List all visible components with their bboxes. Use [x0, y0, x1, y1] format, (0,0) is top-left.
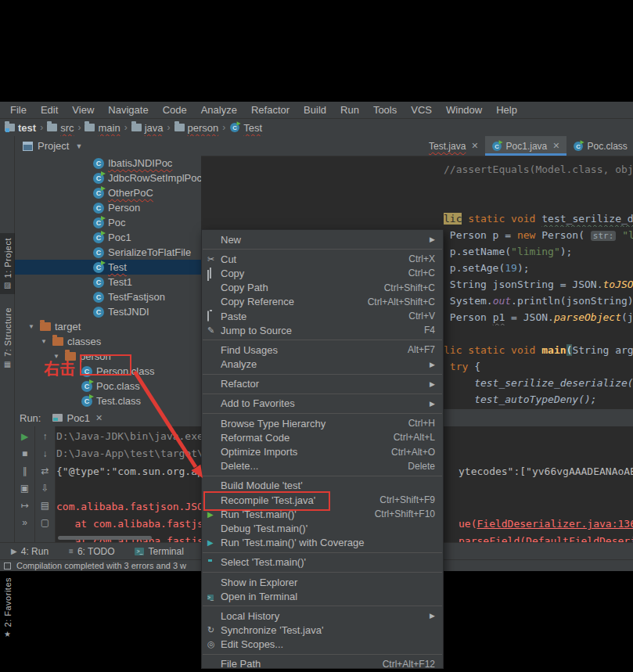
context-menu-item-copy-reference[interactable]: Copy ReferenceCtrl+Alt+Shift+C — [202, 295, 443, 309]
tree-item-poc1[interactable]: CPoc1 — [15, 230, 201, 245]
context-menu-item-jump-to-source[interactable]: ✎Jump to SourceF4 — [202, 323, 443, 337]
breadcrumb-item-src[interactable]: src — [47, 122, 74, 134]
tree-item-poc-class[interactable]: CPoc.class — [15, 379, 201, 393]
code-view[interactable]: //assertEquals(Model.class, obj.getlic s… — [444, 161, 633, 408]
tree-item-poc[interactable]: CPoc — [15, 215, 201, 230]
menu-window[interactable]: Window — [439, 104, 489, 116]
context-menu-item-local-history[interactable]: Local History▶ — [202, 609, 443, 623]
tree-item-person[interactable]: CPerson — [15, 200, 201, 215]
editor-tab-test-java[interactable]: Test.java✕ — [423, 136, 485, 156]
exit-icon[interactable]: ↦ — [20, 500, 28, 511]
camera-icon[interactable]: ▣ — [20, 483, 29, 494]
expand-arrow-icon[interactable]: ▼ — [41, 338, 49, 345]
menu-code[interactable]: Code — [156, 104, 194, 116]
context-menu-item-open-in-terminal[interactable]: >_Open in Terminal — [202, 589, 443, 603]
context-menu-item-analyze[interactable]: Analyze▶ — [202, 358, 443, 372]
editor-tab-poc1-java[interactable]: CPoc1.java✕ — [485, 136, 566, 156]
sidebar-item-favorites[interactable]: 2: Favorites ★ — [0, 577, 15, 638]
context-menu-item-edit-scopes[interactable]: ◎Edit Scopes... — [202, 638, 443, 652]
toolbar-4-run[interactable]: ▶4: Run — [11, 546, 49, 557]
context-menu-item-find-usages[interactable]: Find UsagesAlt+F7 — [202, 343, 443, 357]
run-console-tab[interactable]: Poc1 ✕ — [47, 411, 108, 426]
menu-navigate[interactable]: Navigate — [101, 104, 155, 116]
sidebar-item-structure[interactable]: 7: Structure ▦ — [0, 307, 15, 368]
menu-run[interactable]: Run — [333, 104, 366, 116]
stacktrace-link[interactable]: FieldDeserializer.java:136 — [477, 518, 633, 530]
submenu-arrow-icon: ▶ — [430, 612, 435, 620]
tree-item-test[interactable]: CTest — [15, 260, 201, 275]
context-menu-item-show-in-explorer[interactable]: Show in Explorer — [202, 575, 443, 589]
context-menu-item-new[interactable]: New▶ — [202, 232, 443, 246]
rerun-icon[interactable]: ⇄ — [41, 465, 49, 476]
tree-item-test1[interactable]: CTest1 — [15, 275, 201, 289]
more-icon[interactable]: » — [22, 517, 27, 528]
tree-item-jdbcrowsetimplpoc[interactable]: CJdbcRowSetImplPoc — [15, 171, 201, 185]
tree-item-test-class[interactable]: CTest.class — [15, 393, 201, 408]
context-menu-item-run-test-main[interactable]: ▶Run 'Test.main()'Ctrl+Shift+F10 — [202, 507, 443, 521]
chevron-down-icon[interactable]: ▼ — [75, 142, 82, 150]
context-menu-item-synchronize-test-java[interactable]: ↻Synchronize 'Test.java' — [202, 623, 443, 638]
context-menu-item-reformat-code[interactable]: Reformat CodeCtrl+Alt+L — [202, 430, 443, 444]
context-menu-item-copy[interactable]: CopyCtrl+C — [202, 266, 443, 280]
context-menu-item-delete[interactable]: Delete...Delete — [202, 459, 443, 473]
tree-item-classes[interactable]: ▼classes — [15, 334, 201, 349]
menu-file[interactable]: File — [3, 104, 34, 116]
project-panel-header[interactable]: Project ▼ — [15, 136, 201, 156]
breadcrumb-item-person[interactable]: person — [174, 122, 219, 134]
breadcrumb-item-test[interactable]: CTest — [229, 122, 262, 134]
close-icon[interactable]: ✕ — [552, 141, 559, 151]
context-menu-item-select-test-main[interactable]: Select 'Test.main()' — [202, 555, 443, 570]
menu-tools[interactable]: Tools — [366, 104, 404, 116]
play-icon[interactable]: ▶ — [21, 431, 28, 442]
print-icon[interactable]: ▤ — [41, 500, 49, 511]
editor-tab-poc-class[interactable]: CPoc.class✕ — [566, 136, 633, 156]
context-menu-item-browse-type-hierarchy[interactable]: Browse Type HierarchyCtrl+H — [202, 416, 443, 430]
up-icon[interactable]: ↑ — [43, 431, 48, 442]
toolbar-6-todo[interactable]: ≡6: TODO — [69, 546, 114, 557]
context-menu-item-run-test-main-with-coverage[interactable]: ▶Run 'Test.main()' with Coverage — [202, 536, 443, 550]
tree-item-target[interactable]: ▼target — [15, 319, 201, 334]
menu-view[interactable]: View — [65, 104, 101, 116]
tree-item-ibatisjndipoc[interactable]: CIbatisJNDIPoc — [15, 156, 201, 171]
context-menu-item-recompile-test-java[interactable]: Recompile 'Test.java'Ctrl+Shift+F9 — [202, 493, 443, 507]
code-line: test_serilize_deserialize(); — [444, 375, 633, 391]
context-menu-item-cut[interactable]: ✂CutCtrl+X — [202, 252, 443, 266]
menu-refactor[interactable]: Refactor — [244, 104, 297, 116]
menu-analyze[interactable]: Analyze — [194, 104, 244, 116]
context-menu-item-optimize-imports[interactable]: Optimize ImportsCtrl+Alt+O — [202, 444, 443, 458]
sidebar-item-project[interactable]: 1: Project ▨ — [0, 233, 15, 294]
console-hscrollbar[interactable] — [58, 536, 152, 540]
context-menu-item-add-to-favorites[interactable]: Add to Favorites▶ — [202, 397, 443, 411]
expand-arrow-icon[interactable]: ▼ — [28, 323, 36, 330]
stop-icon[interactable]: ■ — [22, 448, 27, 459]
down-icon[interactable]: ↓ — [43, 448, 48, 459]
toolbar-terminal[interactable]: >_Terminal — [135, 546, 183, 557]
menu-vcs[interactable]: VCS — [404, 104, 439, 116]
project-panel-icon — [23, 142, 33, 151]
close-icon[interactable]: ✕ — [471, 141, 478, 151]
tab-label: Poc.class — [588, 141, 628, 152]
breadcrumb-item-main[interactable]: main — [85, 122, 120, 134]
menu-edit[interactable]: Edit — [34, 104, 65, 116]
context-menu-item-copy-path[interactable]: Copy PathCtrl+Shift+C — [202, 281, 443, 295]
breadcrumb-item-java[interactable]: java — [131, 122, 164, 134]
tree-item-otherpoc[interactable]: COtherPoC — [15, 185, 201, 200]
context-menu-item-refactor[interactable]: Refactor▶ — [202, 377, 443, 391]
trash-icon[interactable]: ▢ — [41, 517, 49, 528]
toolbar-label: 6: TODO — [77, 546, 115, 557]
menu-item-label: Cut — [221, 253, 236, 265]
code-line: lic static void main(String args[]) { — [444, 342, 633, 358]
context-menu-item-paste[interactable]: PasteCtrl+V — [202, 309, 443, 323]
context-menu-item-file-path[interactable]: File PathCtrl+Alt+F12 — [202, 657, 443, 669]
close-icon[interactable]: ✕ — [95, 413, 103, 423]
menu-help[interactable]: Help — [489, 104, 524, 116]
tree-item-serializetoflatfile[interactable]: CSerializeToFlatFile — [15, 245, 201, 260]
menu-build[interactable]: Build — [297, 104, 333, 116]
pause-icon[interactable]: ∥ — [23, 465, 27, 476]
code-segment: { — [468, 361, 480, 372]
tree-item-testjndi[interactable]: CTestJNDI — [15, 304, 201, 319]
context-menu-item-debug-test-main[interactable]: Debug 'Test.main()' — [202, 521, 443, 535]
breadcrumb-item-test[interactable]: test — [5, 122, 36, 134]
collapse-icon[interactable]: ⇩ — [41, 483, 49, 494]
tree-item-testfastjson[interactable]: CTestFastjson — [15, 289, 201, 304]
